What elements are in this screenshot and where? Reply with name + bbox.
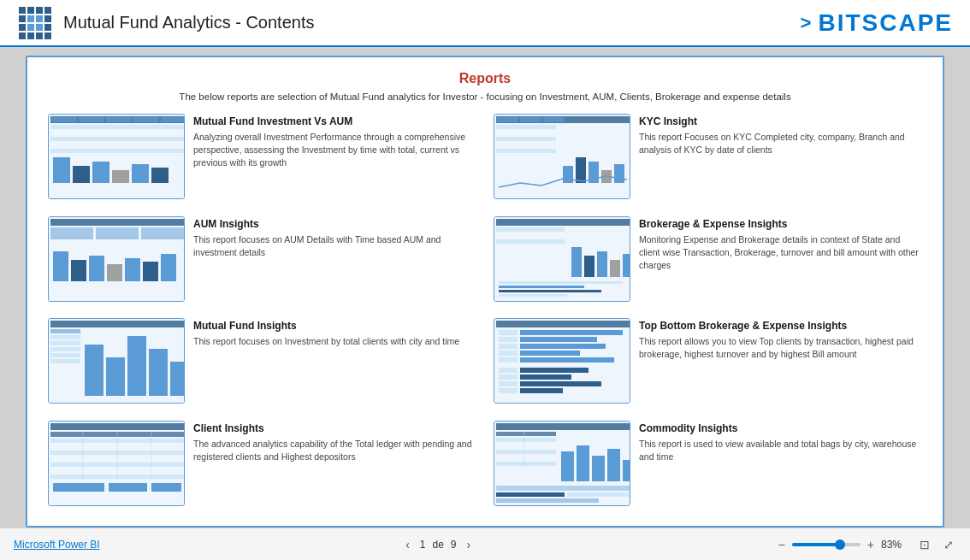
zoom-in-button[interactable]: + xyxy=(866,538,876,551)
report-name: Mutual Fund Investment Vs AUM xyxy=(193,115,476,127)
svg-rect-90 xyxy=(496,321,630,327)
svg-rect-40 xyxy=(496,131,556,135)
report-thumbnail-mutual-fund-insights[interactable] xyxy=(48,318,185,404)
report-thumbnail-top-bottom-brokerage[interactable] xyxy=(494,318,630,404)
svg-rect-110 xyxy=(50,423,184,430)
zoom-slider[interactable] xyxy=(792,543,861,546)
report-thumbnail-aum-insights[interactable] xyxy=(48,216,185,302)
svg-rect-59 xyxy=(143,262,158,281)
report-thumbnail-brokerage-expense[interactable] xyxy=(494,216,630,302)
report-item-mutual-fund-insights[interactable]: Mutual Fund Insights This report focuses… xyxy=(48,318,476,410)
svg-rect-88 xyxy=(170,362,184,396)
svg-rect-99 xyxy=(499,351,518,356)
svg-rect-2 xyxy=(36,7,43,14)
svg-rect-128 xyxy=(496,438,556,442)
svg-rect-53 xyxy=(141,227,184,239)
report-item-commodity-insights[interactable]: Commodity Insights This report is used t… xyxy=(494,421,922,513)
svg-rect-3 xyxy=(44,7,51,14)
report-item-aum-insights[interactable]: AUM Insights This report focuses on AUM … xyxy=(48,216,476,309)
svg-rect-68 xyxy=(584,256,594,277)
report-thumbnail-commodity-insights[interactable] xyxy=(494,421,630,506)
report-text-mutual-fund-investment: Mutual Fund Investment Vs AUM Analyzing … xyxy=(193,114,476,170)
header-left: Mutual Fund Analytics - Contents xyxy=(17,5,314,41)
svg-rect-132 xyxy=(496,462,556,466)
svg-rect-22 xyxy=(161,117,184,122)
svg-rect-9 xyxy=(27,24,34,31)
svg-rect-140 xyxy=(496,492,565,497)
app-logo-icon xyxy=(17,5,53,41)
zoom-out-button[interactable]: − xyxy=(777,538,787,551)
svg-rect-139 xyxy=(496,486,630,491)
svg-rect-51 xyxy=(50,227,93,239)
report-desc: Monitoring Expense and Brokerage details… xyxy=(639,233,922,273)
svg-rect-29 xyxy=(73,166,90,183)
svg-rect-33 xyxy=(151,168,169,183)
svg-rect-18 xyxy=(51,117,77,122)
prev-page-button[interactable]: ‹ xyxy=(402,536,413,553)
report-desc: This report Focuses on KYC Completed cit… xyxy=(639,131,922,156)
next-page-button[interactable]: › xyxy=(464,536,475,553)
report-text-client-insights: Client Insights The advanced analytics c… xyxy=(193,421,476,463)
svg-rect-130 xyxy=(496,450,556,454)
svg-rect-83 xyxy=(50,359,80,363)
svg-rect-92 xyxy=(520,337,597,342)
svg-rect-52 xyxy=(96,227,139,239)
svg-rect-80 xyxy=(50,341,80,345)
report-thumbnail-kyc-insight[interactable] xyxy=(494,114,630,199)
svg-rect-73 xyxy=(499,286,584,288)
svg-rect-12 xyxy=(19,32,26,39)
report-item-top-bottom-brokerage[interactable]: Top Bottom Brokerage & Expense Insights … xyxy=(494,318,922,410)
report-thumbnail-client-insights[interactable] xyxy=(48,421,185,506)
app-header: Mutual Fund Analytics - Contents > BITSC… xyxy=(0,0,970,47)
report-name: KYC Insight xyxy=(639,115,922,127)
svg-rect-23 xyxy=(50,125,184,129)
report-item-client-insights[interactable]: Client Insights The advanced analytics c… xyxy=(48,421,476,513)
report-text-mutual-fund-insights: Mutual Fund Insights This report focuses… xyxy=(193,318,476,348)
report-desc: The advanced analytics capability of the… xyxy=(193,438,476,463)
report-text-brokerage-expense: Brokerage & Expense Insights Monitoring … xyxy=(639,216,922,273)
svg-rect-7 xyxy=(44,15,51,22)
svg-rect-72 xyxy=(499,281,623,284)
report-item-brokerage-expense[interactable]: Brokerage & Expense Insights Monitoring … xyxy=(494,216,922,309)
svg-rect-65 xyxy=(496,239,565,244)
report-item-mutual-fund-investment[interactable]: Mutual Fund Investment Vs AUM Analyzing … xyxy=(48,114,476,206)
svg-rect-104 xyxy=(520,388,563,393)
svg-rect-69 xyxy=(597,251,607,277)
svg-rect-60 xyxy=(161,254,176,281)
svg-rect-102 xyxy=(520,374,571,380)
svg-rect-131 xyxy=(496,456,556,460)
fullscreen-button[interactable]: ⤢ xyxy=(941,536,956,553)
svg-rect-64 xyxy=(496,233,565,238)
svg-rect-45 xyxy=(576,157,586,183)
svg-rect-79 xyxy=(50,335,80,339)
fit-to-window-button[interactable]: ⊡ xyxy=(917,536,932,553)
svg-rect-100 xyxy=(499,357,518,363)
page-separator: de xyxy=(432,539,443,551)
svg-rect-122 xyxy=(53,483,104,492)
svg-rect-87 xyxy=(149,349,168,396)
svg-rect-41 xyxy=(496,137,556,141)
main-area: Reports The below reports are selection … xyxy=(0,47,970,528)
svg-rect-20 xyxy=(106,117,132,122)
reports-title: Reports xyxy=(48,71,922,86)
svg-rect-82 xyxy=(50,353,80,357)
zoom-percent-label: 83% xyxy=(881,539,908,551)
svg-rect-66 xyxy=(496,245,565,250)
zoom-controls: − + 83% xyxy=(777,538,908,551)
svg-rect-94 xyxy=(520,351,580,356)
svg-rect-38 xyxy=(543,117,565,122)
bottom-bar: Microsoft Power BI ‹ 1 de 9 › − + 83% ⊡ … xyxy=(0,528,970,560)
powerbi-link[interactable]: Microsoft Power BI xyxy=(14,539,100,551)
report-thumbnail-mutual-fund-investment[interactable] xyxy=(48,114,185,199)
svg-rect-62 xyxy=(496,219,630,226)
svg-rect-105 xyxy=(499,368,518,373)
svg-rect-127 xyxy=(496,432,556,436)
svg-rect-135 xyxy=(577,445,589,481)
report-text-top-bottom-brokerage: Top Bottom Brokerage & Expense Insights … xyxy=(639,318,922,361)
report-item-kyc-insight[interactable]: KYC Insight This report Focuses on KYC C… xyxy=(494,114,922,206)
svg-rect-43 xyxy=(496,149,556,153)
reports-grid: Mutual Fund Investment Vs AUM Analyzing … xyxy=(48,114,922,512)
svg-rect-84 xyxy=(85,345,104,396)
svg-rect-67 xyxy=(571,247,582,277)
svg-rect-57 xyxy=(107,264,122,281)
